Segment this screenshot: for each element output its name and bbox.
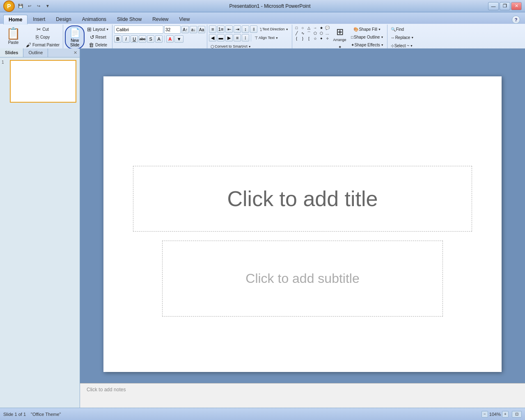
align-right-button[interactable]: ▶ <box>225 34 233 41</box>
shape-line[interactable]: ╱ <box>294 31 300 36</box>
paragraph-row2: ◀ ▬ ▶ ≡ ⫶ ⊤ Align Text ▼ <box>209 34 280 41</box>
slides-secondary: ⊞ Layout ▼ ↺ Reset 🗑 Delete <box>85 25 110 48</box>
shape-custom3[interactable]: ✧ <box>325 36 330 41</box>
shape-curve[interactable]: ∿ <box>300 31 306 36</box>
title-left: P 💾 ↩ ↪ ▼ <box>3 0 52 12</box>
tab-animations[interactable]: Animations <box>77 14 112 24</box>
shape-custom1[interactable]: ☆ <box>312 36 318 41</box>
slide-thumb-inner <box>11 61 76 102</box>
slides-panel: 1 <box>0 57 80 408</box>
char-spacing-button[interactable]: A <box>155 35 163 43</box>
replace-button[interactable]: ↔ Replace ▼ <box>389 34 416 41</box>
minimize-button[interactable]: — <box>488 2 499 10</box>
save-quick-btn[interactable]: 💾 <box>16 2 25 10</box>
slide[interactable]: Click to add title Click to add subtitle <box>103 76 502 372</box>
reset-button[interactable]: ↺ Reset <box>85 33 110 41</box>
shape-bracket[interactable]: [ <box>306 36 312 41</box>
customize-quick-btn[interactable]: ▼ <box>44 2 52 10</box>
delete-button[interactable]: 🗑 Delete <box>85 41 110 48</box>
shape-effects-button[interactable]: ✦ Shape Effects ▼ <box>349 41 385 48</box>
tab-view[interactable]: View <box>174 14 195 24</box>
shape-hexagon[interactable]: ⬡ <box>319 31 324 36</box>
panel-tab-outline[interactable]: Outline <box>23 48 48 57</box>
font-color-picker[interactable]: ▼ <box>174 35 183 43</box>
shape-effects-icon: ✦ <box>351 43 354 47</box>
status-right: − 104% + ⊡ <box>481 411 522 418</box>
text-direction-button[interactable]: ⤵ Text Direction ▼ <box>258 25 290 33</box>
shape-more[interactable]: … <box>325 31 330 36</box>
new-slide-button[interactable]: 📄 New Slide <box>65 25 85 49</box>
tab-review[interactable]: Review <box>147 14 174 24</box>
distributed-button[interactable]: ⫶ <box>242 34 249 41</box>
subtitle-placeholder[interactable]: Click to add subtitle <box>162 241 443 317</box>
decrease-indent-button[interactable]: ⇤ <box>225 25 233 33</box>
underline-button[interactable]: U <box>131 35 138 43</box>
paste-button[interactable]: 📋 Paste <box>3 25 23 46</box>
shape-freeform[interactable]: { <box>294 36 300 41</box>
shape-rect[interactable]: □ <box>294 25 300 30</box>
slide-number: 1 <box>2 60 4 64</box>
font-color-button[interactable]: A <box>166 35 174 43</box>
tab-design[interactable]: Design <box>50 14 76 24</box>
slide-thumbnail[interactable] <box>10 60 76 103</box>
align-text-icon: ⊤ <box>254 36 258 40</box>
zoom-level: 104% <box>489 412 501 417</box>
increase-indent-button[interactable]: ⇥ <box>234 25 241 33</box>
tab-home[interactable]: Home <box>3 15 28 25</box>
shape-fill-button[interactable]: 🎨 Shape Fill ▼ <box>349 25 385 33</box>
restore-button[interactable]: ❐ <box>500 2 510 10</box>
help-button[interactable]: ? <box>512 16 520 24</box>
zoom-out-btn[interactable]: − <box>481 411 488 418</box>
tab-slideshow[interactable]: Slide Show <box>112 14 147 24</box>
replace-icon: ↔ <box>391 35 395 40</box>
window-title: Presentation1 - Microsoft PowerPoint <box>52 3 488 9</box>
justify-button[interactable]: ≡ <box>234 34 241 41</box>
shape-star[interactable]: ★ <box>319 25 324 30</box>
shape-pentagon[interactable]: ⬠ <box>312 31 318 36</box>
fit-slide-btn[interactable]: ⊡ <box>512 411 522 418</box>
clear-format-btn[interactable]: Aa <box>198 26 205 33</box>
notes-area[interactable]: Click to add notes <box>80 383 525 408</box>
decrease-font-btn[interactable]: a↓ <box>190 26 197 33</box>
shape-triangle[interactable]: △ <box>306 25 312 30</box>
line-spacing-button[interactable]: ↕ <box>242 25 249 33</box>
italic-button[interactable]: I <box>122 35 130 43</box>
panel-close-button[interactable]: ✕ <box>71 48 80 57</box>
copy-button[interactable]: ⎘ Copy <box>24 33 61 41</box>
tab-insert[interactable]: Insert <box>28 14 50 24</box>
shape-outline-button[interactable]: □ Shape Outline ▼ <box>349 33 385 41</box>
panel-tab-slides[interactable]: Slides <box>0 48 23 57</box>
shape-ellipse[interactable]: ○ <box>300 25 306 30</box>
arrange-button[interactable]: ⊞ Arrange <box>331 25 348 43</box>
shadow-button[interactable]: S <box>147 35 154 43</box>
shape-custom2[interactable]: ✦ <box>319 36 324 41</box>
align-center-button[interactable]: ▬ <box>217 34 225 41</box>
layout-button[interactable]: ⊞ Layout ▼ <box>85 25 110 33</box>
shapes-grid: □ ○ △ → ★ 💬 ╱ ∿ ⌒ ⬠ ⬡ … { } [ <box>294 25 330 41</box>
shape-brace[interactable]: } <box>300 36 306 41</box>
font-size-input[interactable] <box>164 25 181 34</box>
new-slide-icon: 📄 <box>69 28 80 38</box>
find-button[interactable]: 🔍 Find <box>389 25 406 33</box>
close-button[interactable]: ✕ <box>511 2 522 10</box>
zoom-in-btn[interactable]: + <box>502 411 509 418</box>
slide-thumb-container: 1 <box>9 59 77 103</box>
undo-quick-btn[interactable]: ↩ <box>25 2 34 10</box>
font-family-input[interactable] <box>114 25 163 34</box>
shape-arrow[interactable]: → <box>312 25 318 30</box>
align-left-button[interactable]: ◀ <box>209 34 216 41</box>
redo-quick-btn[interactable]: ↪ <box>34 2 43 10</box>
bold-button[interactable]: B <box>114 35 122 43</box>
align-text-button[interactable]: ⊤ Align Text ▼ <box>253 34 280 41</box>
bullets-button[interactable]: ≡ <box>209 25 216 33</box>
numbering-button[interactable]: 1≡ <box>217 25 225 33</box>
shape-callout[interactable]: 💬 <box>325 25 330 30</box>
strikethrough-button[interactable]: abc <box>139 35 146 43</box>
reset-icon: ↺ <box>90 34 94 40</box>
cut-button[interactable]: ✂ Cut <box>24 25 61 33</box>
title-placeholder[interactable]: Click to add title <box>133 166 472 232</box>
format-painter-button[interactable]: 🖌 Format Painter <box>24 41 61 48</box>
columns-button[interactable]: ⫴ <box>250 25 257 33</box>
shape-connector[interactable]: ⌒ <box>306 31 312 36</box>
increase-font-btn[interactable]: A↑ <box>181 26 189 33</box>
